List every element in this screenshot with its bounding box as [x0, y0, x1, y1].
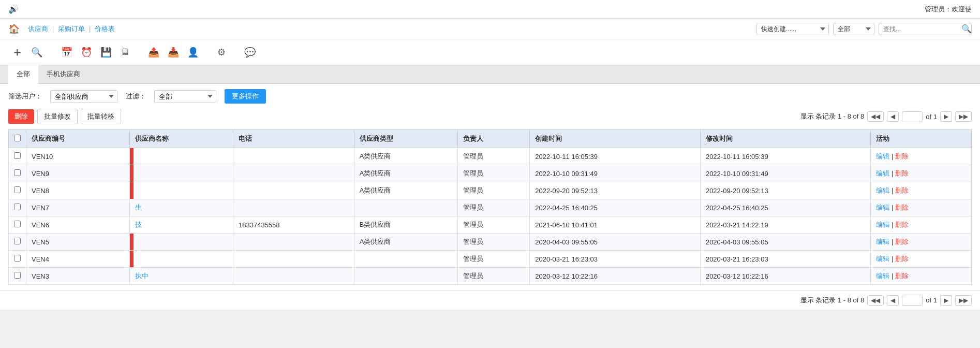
bottom-page-next-btn[interactable]: ▶ [940, 295, 952, 306]
delete-link[interactable]: 删除 [895, 238, 909, 245]
delete-link[interactable]: 删除 [895, 169, 909, 177]
bottom-page-first-btn[interactable]: ◀◀ [867, 295, 884, 306]
row-checkbox[interactable] [14, 204, 21, 210]
owner-cell: 管理员 [457, 251, 530, 268]
bottom-pagination-text: 显示 条记录 1 - 8 of 8 [800, 296, 865, 305]
row-checkbox[interactable] [14, 186, 21, 193]
vendor-name-cell: 技 [130, 216, 233, 234]
table-row: VEN5A类供应商管理员2020-04-03 09:55:052020-04-0… [9, 234, 972, 251]
edit-link[interactable]: 编辑 [876, 186, 889, 194]
toolbar: ＋ 🔍 📅 ⏰ 💾 🖥 📤 📥 👤 ⚙ 💬 [0, 39, 980, 65]
select-all-header [9, 130, 26, 148]
vendor-id-cell: VEN4 [26, 251, 130, 268]
batch-transfer-button[interactable]: 批量转移 [81, 109, 121, 124]
action-cell: 编辑 | 删除 [871, 148, 972, 165]
table-row: VEN10A类供应商管理员2022-10-11 16:05:392022-10-… [9, 148, 972, 165]
modified-cell: 2022-03-21 14:22:19 [700, 216, 871, 234]
delete-link[interactable]: 删除 [895, 255, 909, 263]
monitor-button[interactable]: 🖥 [117, 45, 132, 60]
delete-link[interactable]: 删除 [895, 186, 909, 194]
row-checkbox[interactable] [14, 255, 21, 262]
delete-link[interactable]: 删除 [895, 272, 909, 280]
settings-button[interactable]: ⚙ [214, 45, 229, 60]
created-cell: 2022-10-10 09:31:49 [530, 165, 701, 182]
phone-cell [233, 234, 354, 251]
more-ops-button[interactable]: 更多操作 [225, 89, 266, 104]
data-table: 供应商编号 供应商名称 电话 供应商类型 负责人 创建时间 修改时间 活动 VE… [8, 129, 972, 285]
row-checkbox[interactable] [14, 221, 21, 227]
edit-link[interactable]: 编辑 [876, 169, 889, 177]
clock-button[interactable]: ⏰ [78, 45, 95, 60]
add-button[interactable]: ＋ [8, 42, 26, 62]
bottom-page-prev-btn[interactable]: ◀ [887, 295, 899, 306]
nav-price-link[interactable]: 价格表 [91, 24, 119, 34]
page-last-btn[interactable]: ▶▶ [955, 111, 972, 122]
col-actions: 活动 [871, 130, 972, 148]
row-checkbox[interactable] [14, 272, 21, 279]
speaker-icon: 🔊 [8, 4, 19, 14]
delete-link[interactable]: 删除 [895, 152, 909, 160]
phone-cell [233, 268, 354, 285]
nav-search-button[interactable]: 🔍 [961, 24, 972, 34]
page-prev-btn[interactable]: ◀ [887, 111, 899, 122]
edit-link[interactable]: 编辑 [876, 255, 889, 263]
edit-link[interactable]: 编辑 [876, 272, 889, 280]
filter-label: 过滤： [126, 92, 146, 101]
tab-mobile-supplier[interactable]: 手机供应商 [38, 65, 88, 84]
vendor-name-link[interactable]: 技 [135, 221, 142, 228]
vendor-name-cell [130, 251, 233, 268]
tab-all[interactable]: 全部 [8, 65, 38, 84]
export-button[interactable]: 📤 [145, 45, 162, 60]
calendar-button[interactable]: 📅 [58, 45, 76, 60]
nav-links: 供应商 | 采购订单 | 价格表 [24, 24, 119, 34]
bottom-page-last-btn[interactable]: ▶▶ [955, 295, 972, 306]
vendor-id-cell: VEN7 [26, 199, 130, 216]
quick-create-select[interactable]: 快速创建...... [756, 23, 829, 35]
edit-link[interactable]: 编辑 [876, 204, 889, 211]
filter-select[interactable]: 全部 [154, 90, 216, 103]
user-filter-select[interactable]: 全部供应商 [50, 90, 117, 103]
nav-purchase-link[interactable]: 采购订单 [54, 24, 89, 34]
user-button[interactable]: 👤 [184, 45, 202, 60]
vendor-name-link[interactable]: 生 [135, 204, 142, 211]
batch-edit-button[interactable]: 批量修改 [37, 109, 78, 124]
col-created: 创建时间 [530, 130, 701, 148]
action-cell: 编辑 | 删除 [871, 199, 972, 216]
modified-cell: 2022-04-25 16:40:25 [700, 199, 871, 216]
delete-link[interactable]: 删除 [895, 221, 909, 228]
type-cell [354, 251, 457, 268]
delete-button[interactable]: 删除 [8, 109, 34, 124]
edit-link[interactable]: 编辑 [876, 221, 889, 228]
page-number-input[interactable]: 1 [902, 111, 923, 122]
nav-filter-select[interactable]: 全部 [833, 23, 874, 35]
row-checkbox[interactable] [14, 169, 21, 176]
import-button[interactable]: 📥 [165, 45, 182, 60]
row-checkbox-cell [9, 199, 26, 216]
edit-link[interactable]: 编辑 [876, 238, 889, 245]
created-cell: 2020-03-21 16:23:03 [530, 251, 701, 268]
save-button[interactable]: 💾 [97, 45, 115, 60]
edit-link[interactable]: 编辑 [876, 152, 889, 160]
search-toolbar-button[interactable]: 🔍 [28, 45, 46, 60]
bottom-page-number-input[interactable]: 1 [902, 295, 923, 306]
page-next-btn[interactable]: ▶ [940, 111, 952, 122]
home-link[interactable]: 🏠 [8, 23, 20, 35]
vendor-name-link[interactable]: 执中 [135, 272, 149, 280]
phone-cell [233, 182, 354, 199]
bottom-bar: 显示 条记录 1 - 8 of 8 ◀◀ ◀ 1 of 1 ▶ ▶▶ [0, 290, 980, 310]
row-checkbox[interactable] [14, 238, 21, 244]
row-checkbox-cell [9, 251, 26, 268]
row-checkbox[interactable] [14, 152, 21, 159]
admin-text: 管理员：欢迎使 [925, 5, 972, 14]
chat-button[interactable]: 💬 [241, 45, 259, 60]
page-first-btn[interactable]: ◀◀ [867, 111, 884, 122]
table-row: VEN7生管理员2022-04-25 16:40:252022-04-25 16… [9, 199, 972, 216]
row-checkbox-cell [9, 148, 26, 165]
nav-supplier-link[interactable]: 供应商 [24, 24, 52, 34]
nav-search-input[interactable] [879, 23, 972, 35]
phone-cell [233, 199, 354, 216]
bottom-total-pages-text: of 1 [926, 296, 937, 304]
vendor-id-cell: VEN5 [26, 234, 130, 251]
select-all-checkbox[interactable] [14, 135, 21, 141]
delete-link[interactable]: 删除 [895, 204, 909, 211]
